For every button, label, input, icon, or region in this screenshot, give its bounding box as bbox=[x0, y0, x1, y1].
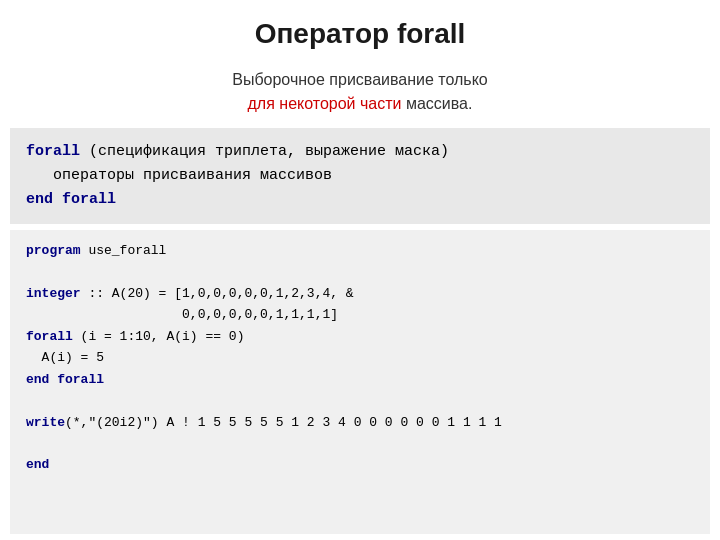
code-line-9: write(*,"(20i2)") A ! 1 5 5 5 5 5 1 2 3 … bbox=[26, 412, 694, 433]
code-line-blank2 bbox=[26, 390, 694, 411]
end-kw: end bbox=[26, 457, 49, 472]
code-line-11: end bbox=[26, 454, 694, 475]
code-line-6: A(i) = 5 bbox=[26, 347, 694, 368]
code-integer-rest: :: A(20) = [1,0,0,0,0,0,1,2,3,4, & bbox=[81, 286, 354, 301]
integer-kw: integer bbox=[26, 286, 81, 301]
program-kw: program bbox=[26, 243, 81, 258]
syntax-line-1: forall (спецификация триплета, выражение… bbox=[26, 140, 694, 164]
forall-keyword: forall bbox=[26, 143, 80, 160]
code-line-3: integer :: A(20) = [1,0,0,0,0,0,1,2,3,4,… bbox=[26, 283, 694, 304]
code-line-7: end forall bbox=[26, 369, 694, 390]
code-program-name: use_forall bbox=[81, 243, 167, 258]
subtitle-line1: Выборочное присваивание только bbox=[232, 71, 488, 88]
subtitle-line2-after: массива. bbox=[402, 95, 473, 112]
subtitle-highlight: для некоторой части bbox=[248, 95, 402, 112]
syntax-operators: операторы присваивания массивов bbox=[26, 167, 332, 184]
syntax-box: forall (спецификация триплета, выражение… bbox=[10, 128, 710, 224]
code-write-rest: (*,"(20i2)") A ! 1 5 5 5 5 5 1 2 3 4 0 0… bbox=[65, 415, 502, 430]
code-line-5: forall (i = 1:10, A(i) == 0) bbox=[26, 326, 694, 347]
code-forall-rest: (i = 1:10, A(i) == 0) bbox=[73, 329, 245, 344]
code-continuation: 0,0,0,0,0,0,1,1,1,1] bbox=[26, 307, 338, 322]
page: Оператор forall Выборочное присваивание … bbox=[0, 0, 720, 540]
syntax-line-2: операторы присваивания массивов bbox=[26, 164, 694, 188]
code-line-1: program use_forall bbox=[26, 240, 694, 261]
code-line-4: 0,0,0,0,0,0,1,1,1,1] bbox=[26, 304, 694, 325]
syntax-line-3: end forall bbox=[26, 188, 694, 212]
code-assign: A(i) = 5 bbox=[26, 350, 104, 365]
code-box: program use_forall integer :: A(20) = [1… bbox=[10, 230, 710, 534]
forall-kw2: forall bbox=[26, 329, 73, 344]
end-forall-kw2: end forall bbox=[26, 372, 104, 387]
code-line-blank1 bbox=[26, 261, 694, 282]
write-kw: write bbox=[26, 415, 65, 430]
syntax-line1-rest: (спецификация триплета, выражение маска) bbox=[80, 143, 449, 160]
end-forall-keyword: end forall bbox=[26, 191, 116, 208]
page-title: Оператор forall bbox=[20, 18, 700, 50]
code-line-blank3 bbox=[26, 433, 694, 454]
header: Оператор forall bbox=[0, 0, 720, 60]
subtitle: Выборочное присваивание только для некот… bbox=[0, 60, 720, 128]
